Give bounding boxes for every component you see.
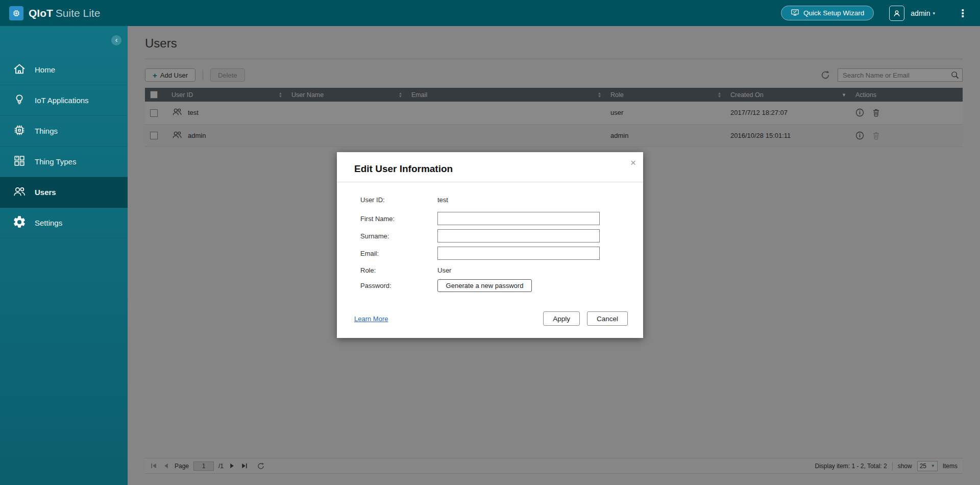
sidebar-item-iot-applications[interactable]: IoT Applications [0, 85, 128, 116]
sidebar-item-label: Things [35, 127, 58, 135]
topbar: QIoTSuite Lite Quick Setup Wizard admin … [0, 0, 980, 26]
gear-icon [12, 215, 27, 231]
role-label: Role: [360, 266, 437, 274]
email-field[interactable] [437, 247, 600, 260]
users-icon [12, 184, 27, 200]
brand-rest: Suite Lite [56, 7, 101, 19]
surname-label: Surname: [360, 232, 437, 240]
wizard-screen-icon [791, 9, 799, 18]
chevron-down-icon: ▾ [933, 11, 935, 16]
admin-dropdown[interactable]: admin ▾ [911, 9, 935, 17]
brand-bold: QIoT [29, 7, 53, 19]
quick-setup-wizard-label: Quick Setup Wizard [803, 9, 864, 17]
sidebar-item-label: Thing Types [35, 157, 76, 166]
sidebar-item-label: Settings [35, 219, 62, 227]
sidebar-item-home[interactable]: Home [0, 55, 128, 85]
sidebar-item-label: Users [35, 188, 56, 197]
sidebar-item-things[interactable]: Things [0, 116, 128, 147]
iot-applications-icon [12, 92, 27, 108]
role-value: User [437, 266, 451, 274]
app-title: QIoTSuite Lite [29, 7, 100, 19]
user-avatar-button[interactable] [889, 6, 904, 21]
first-name-field[interactable] [437, 212, 600, 225]
password-label: Password: [360, 282, 437, 289]
sidebar-item-settings[interactable]: Settings [0, 208, 128, 238]
sidebar-item-label: Home [35, 65, 55, 74]
generate-password-button[interactable]: Generate a new password [437, 279, 532, 292]
learn-more-link[interactable]: Learn More [354, 315, 388, 323]
first-name-label: First Name: [360, 215, 437, 223]
cancel-button[interactable]: Cancel [587, 311, 628, 326]
email-label: Email: [360, 250, 437, 257]
things-chip-icon [12, 123, 27, 139]
sidebar-item-label: IoT Applications [35, 96, 89, 105]
qiot-logo-icon [9, 6, 23, 20]
quick-setup-wizard-button[interactable]: Quick Setup Wizard [781, 6, 874, 20]
main-content: Users + Add User Delete [128, 26, 980, 485]
sidebar-item-users[interactable]: Users [0, 177, 128, 208]
sidebar-item-thing-types[interactable]: Thing Types [0, 147, 128, 177]
sidebar-collapse-button[interactable]: ‹ [111, 35, 121, 45]
thing-types-grid-icon [12, 154, 27, 169]
sidebar: ‹ Home IoT Applications Things [0, 26, 128, 485]
user-id-value: test [437, 196, 448, 204]
home-icon [12, 62, 27, 78]
user-id-label: User ID: [360, 196, 437, 204]
close-icon[interactable]: × [630, 157, 636, 168]
apply-button[interactable]: Apply [543, 311, 580, 326]
modal-title: Edit User Information [354, 163, 453, 174]
overflow-menu-icon[interactable]: ⋮ [958, 8, 968, 18]
surname-field[interactable] [437, 229, 600, 243]
edit-user-modal: Edit User Information × User ID: test Fi… [337, 152, 643, 338]
admin-username: admin [911, 9, 930, 17]
